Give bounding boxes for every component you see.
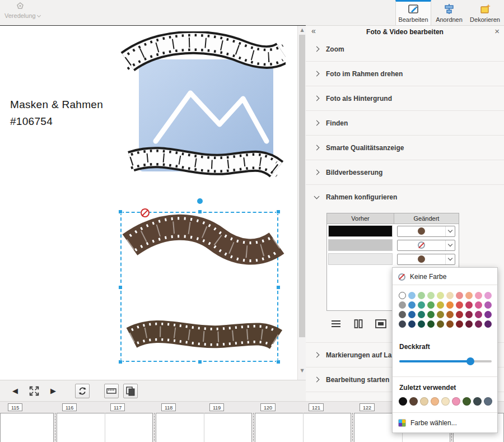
page-thumbnail[interactable] (0, 413, 54, 442)
page-number-tab[interactable]: 117 (110, 403, 125, 411)
page-number-tab[interactable]: 115 (8, 403, 22, 411)
tab-bearbeiten[interactable]: Bearbeiten (395, 0, 431, 26)
frame-fill-button[interactable] (373, 317, 389, 331)
selection-handle[interactable] (276, 360, 281, 364)
scroll-down-icon[interactable]: ▼ (298, 368, 306, 373)
palette-color-swatch[interactable] (408, 292, 416, 299)
no-color-menu-item[interactable]: Keine Farbe (398, 271, 446, 283)
selection-handle[interactable] (276, 210, 281, 214)
palette-color-swatch[interactable] (465, 320, 473, 328)
page-number-tab[interactable]: 119 (209, 403, 224, 411)
palette-color-swatch[interactable] (399, 292, 406, 299)
palette-color-swatch[interactable] (475, 311, 482, 318)
prev-page-button[interactable]: ◀ (8, 384, 22, 398)
section-zoom[interactable]: Zoom (306, 37, 504, 62)
palette-color-swatch[interactable] (456, 311, 463, 318)
choose-color-menu-item[interactable]: Farbe wählen... (398, 417, 457, 429)
palette-color-swatch[interactable] (437, 301, 444, 309)
recent-color-swatch[interactable] (420, 397, 428, 406)
recent-color-swatch[interactable] (431, 397, 439, 406)
palette-color-swatch[interactable] (399, 320, 406, 328)
close-panel-icon[interactable]: × (494, 26, 500, 36)
selection-handle[interactable] (118, 285, 123, 290)
palette-color-swatch[interactable] (418, 292, 425, 299)
palette-color-swatch[interactable] (475, 292, 482, 299)
section-foto-als-hintergrund[interactable]: Foto als Hintergrund (306, 86, 504, 111)
selection-box[interactable] (120, 212, 278, 362)
section-finden[interactable]: Finden (306, 111, 504, 136)
recent-color-swatch[interactable] (399, 397, 407, 406)
fullscreen-button[interactable] (27, 384, 41, 398)
palette-color-swatch[interactable] (408, 311, 416, 318)
palette-color-swatch[interactable] (427, 292, 435, 299)
recent-color-swatch[interactable] (452, 397, 460, 406)
palette-color-swatch[interactable] (484, 301, 492, 309)
duplicate-pages-button[interactable] (123, 384, 138, 398)
selection-handle[interactable] (276, 285, 281, 290)
palette-color-swatch[interactable] (437, 320, 444, 328)
rotate-handle[interactable] (197, 198, 203, 204)
selection-handle[interactable] (118, 210, 123, 214)
section-bildverbesserung[interactable]: Bildverbesserung (306, 160, 504, 185)
palette-color-swatch[interactable] (465, 311, 473, 318)
recent-color-swatch[interactable] (409, 397, 418, 406)
page-number-tab[interactable]: 116 (62, 403, 77, 411)
recent-color-swatch[interactable] (484, 397, 492, 406)
palette-color-swatch[interactable] (484, 311, 492, 318)
palette-color-swatch[interactable] (427, 320, 435, 328)
palette-color-swatch[interactable] (456, 292, 463, 299)
next-page-button[interactable]: ▶ (46, 384, 60, 398)
tab-dekorieren[interactable]: Dekorieren (467, 0, 503, 26)
page-number-tab[interactable]: 120 (260, 403, 276, 411)
design-canvas[interactable]: Masken & Rahmen #106754 (0, 26, 297, 380)
page-number-tab[interactable]: 121 (309, 403, 324, 411)
palette-color-swatch[interactable] (465, 301, 473, 309)
palette-color-swatch[interactable] (475, 320, 482, 328)
palette-color-swatch[interactable] (399, 301, 406, 309)
scroll-up-icon[interactable]: ▲ (298, 27, 306, 32)
recent-color-swatch[interactable] (441, 397, 450, 406)
palette-color-swatch[interactable] (456, 320, 463, 328)
after-color-dropdown[interactable] (397, 254, 455, 265)
after-color-dropdown[interactable] (397, 226, 455, 237)
palette-color-swatch[interactable] (427, 301, 435, 309)
palette-color-swatch[interactable] (418, 320, 425, 328)
palette-color-swatch[interactable] (456, 301, 463, 309)
palette-color-swatch[interactable] (427, 311, 435, 318)
opacity-slider[interactable] (399, 357, 492, 365)
veredelung-button[interactable]: Veredelung (3, 1, 47, 25)
frame-horizontal-button[interactable] (328, 317, 344, 331)
palette-color-swatch[interactable] (408, 320, 416, 328)
palette-color-swatch[interactable] (446, 292, 454, 299)
swap-pages-button[interactable] (75, 384, 90, 398)
palette-color-swatch[interactable] (408, 301, 416, 309)
section-smarte-qualitaetsanzeige[interactable]: Smarte Qualitätsanzeige (306, 136, 504, 160)
palette-color-swatch[interactable] (484, 292, 492, 299)
after-color-dropdown[interactable] (397, 240, 455, 251)
palette-color-swatch[interactable] (446, 311, 454, 318)
palette-color-swatch[interactable] (437, 292, 444, 299)
palette-color-swatch[interactable] (437, 311, 444, 318)
palette-color-swatch[interactable] (418, 301, 425, 309)
ruler-button[interactable] (104, 384, 119, 398)
page-number-tab[interactable]: 118 (161, 403, 176, 411)
palette-color-swatch[interactable] (446, 301, 454, 309)
opacity-slider-thumb[interactable] (466, 357, 474, 365)
section-rahmen-konfigurieren[interactable]: Rahmen konfigurieren (306, 185, 504, 210)
canvas-scrollbar[interactable]: ▲ ▼ (297, 26, 306, 380)
selection-handle[interactable] (198, 210, 202, 214)
section-foto-im-rahmen-drehen[interactable]: Foto im Rahmen drehen (306, 62, 504, 86)
page-number-tab[interactable]: 122 (360, 403, 375, 411)
palette-color-swatch[interactable] (484, 320, 492, 328)
tab-anordnen[interactable]: Anordnen (431, 0, 467, 26)
palette-color-swatch[interactable] (446, 320, 454, 328)
palette-color-swatch[interactable] (418, 311, 425, 318)
selected-filmstrip-element[interactable] (122, 213, 279, 363)
selection-handle[interactable] (198, 360, 202, 364)
frame-vertical-button[interactable] (351, 317, 366, 331)
selection-handle[interactable] (118, 360, 123, 364)
recent-color-swatch[interactable] (473, 397, 482, 406)
palette-color-swatch[interactable] (475, 301, 482, 309)
scrollbar-thumb[interactable] (299, 35, 305, 337)
palette-color-swatch[interactable] (465, 292, 473, 299)
